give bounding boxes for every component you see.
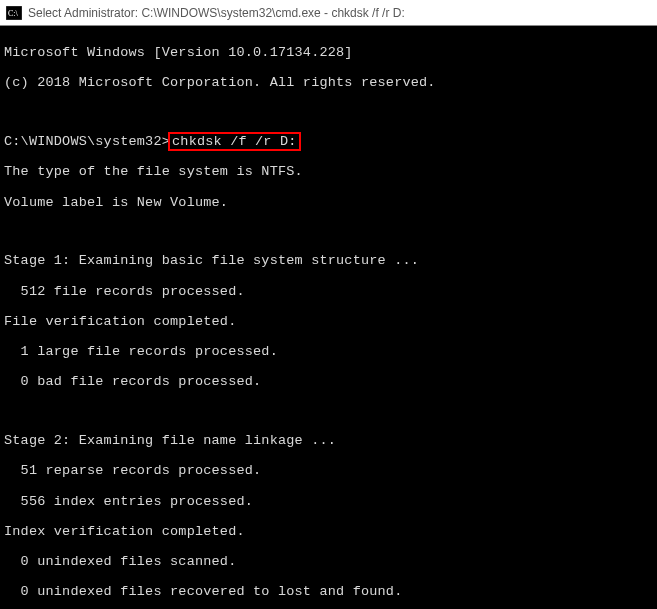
output-line: 1 large file records processed. [4,344,653,359]
output-line: 0 unindexed files recovered to lost and … [4,584,653,599]
cmd-window: C:\ Select Administrator: C:\WINDOWS\sys… [0,0,657,609]
output-line [4,225,653,239]
output-line: Index verification completed. [4,524,653,539]
highlighted-command: chkdsk /f /r D: [168,132,301,151]
titlebar[interactable]: C:\ Select Administrator: C:\WINDOWS\sys… [0,0,657,26]
cmd-icon: C:\ [6,6,22,20]
output-line [4,106,653,120]
window-title: Select Administrator: C:\WINDOWS\system3… [28,6,651,20]
output-line: Stage 2: Examining file name linkage ... [4,433,653,448]
output-line: 512 file records processed. [4,284,653,299]
output-line: (c) 2018 Microsoft Corporation. All righ… [4,75,653,90]
output-line: 51 reparse records processed. [4,463,653,478]
output-line: 556 index entries processed. [4,494,653,509]
output-line: 0 unindexed files scanned. [4,554,653,569]
output-line [4,405,653,419]
output-line: Volume label is New Volume. [4,195,653,210]
output-line: File verification completed. [4,314,653,329]
prompt-line: C:\WINDOWS\system32>chkdsk /f /r D: [4,134,653,149]
prompt: C:\WINDOWS\system32> [4,134,170,149]
output-line: 0 bad file records processed. [4,374,653,389]
output-line: The type of the file system is NTFS. [4,164,653,179]
terminal-output[interactable]: Microsoft Windows [Version 10.0.17134.22… [0,26,657,609]
output-line: Microsoft Windows [Version 10.0.17134.22… [4,45,653,60]
svg-text:C:\: C:\ [8,9,19,18]
output-line: Stage 1: Examining basic file system str… [4,253,653,268]
